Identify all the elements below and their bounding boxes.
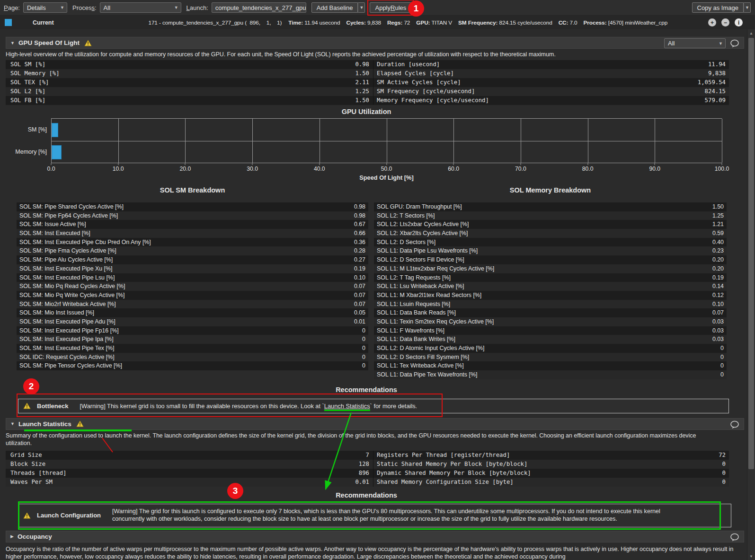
metric-label: SOL L1: Lsuin Requests [%] <box>374 300 689 309</box>
chart-plot-area <box>51 118 722 163</box>
table-row: SOL L2: Xbar2lts Cycles Active [%]0.59 <box>374 229 727 238</box>
section-header-gpu-speed-of-light[interactable]: ▼ GPU Speed Of Light All▼ <box>6 37 744 49</box>
metric-value: 7 <box>321 451 373 460</box>
x-tick-mark <box>185 163 186 165</box>
metric-label: SOL Memory [%] <box>6 69 321 78</box>
copy-as-image-button[interactable]: Copy as Image <box>692 2 744 13</box>
table-row: SOL L1: M Xbar2l1tex Read Sectors [%]0.1… <box>374 291 727 300</box>
section-description: Occupancy is the ratio of the number of … <box>6 545 737 560</box>
metric-value: 0.98 <box>330 211 368 220</box>
table-row: Grid Size7Registers Per Thread [register… <box>6 451 729 460</box>
metric-value: 0.01 <box>321 478 373 487</box>
x-tick-mark <box>252 163 253 165</box>
metric-label: SOL SM: Pipe Alu Cycles Active [%] <box>17 255 330 264</box>
metric-value: 0 <box>689 344 727 353</box>
expand-all-icon[interactable]: + <box>708 18 716 26</box>
stat-time: Time: 11.94 usecond <box>288 19 340 26</box>
chevron-down-icon: ▼ <box>60 5 64 10</box>
table-row: SOL L1: M L1tex2xbar Req Cycles Active [… <box>374 264 727 273</box>
info-icon[interactable]: i <box>735 18 743 26</box>
chart-gridline <box>185 119 186 163</box>
section-header-occupancy[interactable]: ▶ Occupancy <box>6 531 744 542</box>
copy-as-image-menu-button[interactable]: ▼ <box>744 2 751 13</box>
launch-statistics-link[interactable]: Launch Statistics <box>324 402 370 411</box>
scroll-up-icon[interactable]: ▲ <box>747 29 755 37</box>
metric-value: 0.12 <box>689 291 727 300</box>
chart-gridline <box>453 119 454 163</box>
metric-value: 128 <box>321 460 373 469</box>
metric-label: SOL L1: Texin Sm2tex Req Cycles Active [… <box>374 317 689 326</box>
metric-label: SOL FB [%] <box>6 96 321 105</box>
metric-label: SOL SM: Pipe Fma Cycles Active [%] <box>17 246 330 255</box>
metric-label: SOL SM: Pipe Shared Cycles Active [%] <box>17 202 330 211</box>
vertical-scrollbar[interactable]: ▲ ▼ <box>747 29 755 560</box>
table-row: SOL SM: Inst Executed Pipe Tex [%]0 <box>17 344 368 353</box>
collapse-triangle-icon[interactable]: ▼ <box>10 421 15 426</box>
x-tick-label: 40.0 <box>314 166 325 172</box>
metric-label: SOL L2: D Sectors [%] <box>374 238 689 247</box>
page-dropdown[interactable]: Details▼ <box>23 2 67 13</box>
sol-filter-dropdown[interactable]: All▼ <box>664 38 726 48</box>
process-dropdown[interactable]: All▼ <box>100 2 181 13</box>
section-header-launch-statistics[interactable]: ▼ Launch Statistics <box>6 418 744 430</box>
x-tick-label: 50.0 <box>381 166 392 172</box>
apply-rules-button[interactable]: Apply Rules <box>370 2 411 13</box>
bar-memory <box>52 145 62 159</box>
bottleneck-recommendation-box: Bottleneck [Warning] This kernel grid is… <box>18 399 729 413</box>
comment-icon[interactable] <box>730 420 739 429</box>
scrollbar-thumb[interactable] <box>748 38 754 469</box>
metric-value: 0.19 <box>330 264 368 273</box>
table-row: SOL L1: F Wavefronts [%]0.03 <box>374 326 727 335</box>
metric-value: 0 <box>330 361 368 370</box>
table-row: SOL Memory [%]1.50Elapsed Cycles [cycle]… <box>6 69 729 78</box>
table-row: SOL SM: Issue Active [%]0.67 <box>17 220 368 229</box>
metric-label: SOL L1: Data Bank Reads [%] <box>374 308 689 317</box>
table-row: SOL SM: Mio Inst Issued [%]0.05 <box>17 308 368 317</box>
x-tick-mark <box>722 163 722 165</box>
comment-icon[interactable] <box>730 533 739 542</box>
scroll-down-icon[interactable]: ▼ <box>747 552 755 560</box>
result-header-bar: Current 171 - compute_tendencies_x_277_g… <box>0 16 755 29</box>
comment-icon[interactable] <box>730 39 739 48</box>
metric-label: SM Active Cycles [cycle] <box>373 78 667 87</box>
rule-name: Launch Configuration <box>37 512 101 519</box>
metric-value: 0 <box>689 370 727 379</box>
breakdown-tables: SOL SM Breakdown SOL SM: Pipe Shared Cyc… <box>17 186 747 379</box>
metric-label: SOL L1: Data Pipe Lsu Wavefronts [%] <box>374 246 689 255</box>
x-tick-mark <box>655 163 655 165</box>
metric-value: 0 <box>330 353 368 362</box>
table-row: SOL L1: Data Bank Reads [%]0.07 <box>374 308 727 317</box>
gpu-utilization-chart: SM [%]Memory [%] 0.010.020.030.040.050.0… <box>6 118 722 183</box>
warning-icon <box>76 420 84 427</box>
metric-label: SOL SM: Issue Active [%] <box>17 220 330 229</box>
metric-value: 0.07 <box>330 300 368 309</box>
table-row: SOL SM: Inst Executed Pipe Fp16 [%]0 <box>17 326 368 335</box>
table-row: SOL SM: Pipe Tensor Cycles Active [%]0 <box>17 361 368 370</box>
metric-value: 0.14 <box>689 282 727 291</box>
launch-dropdown[interactable]: compute_tendencies_x_277_gpu▼ <box>212 2 306 13</box>
add-baseline-button[interactable]: Add Baseline <box>311 2 358 13</box>
current-result-color-swatch <box>5 19 12 26</box>
metric-label: SOL L1: Data Pipe Tex Wavefronts [%] <box>374 370 689 379</box>
table-row: SOL IDC: Request Cycles Active [%]0 <box>17 353 368 362</box>
process-label: Process: <box>72 4 97 11</box>
metric-label: Static Shared Memory Per Block [byte/blo… <box>373 460 667 469</box>
metric-label: SOL L1: F Wavefronts [%] <box>374 326 689 335</box>
table-row: SOL L2: D Sectors [%]0.40 <box>374 238 727 247</box>
chart-title: GPU Utilization <box>0 108 733 116</box>
metric-label: SOL IDC: Request Cycles Active [%] <box>17 353 330 362</box>
recommendations-heading: Recommendations <box>0 491 733 500</box>
metric-value: 0.01 <box>330 317 368 326</box>
add-baseline-menu-button[interactable]: ▼ <box>358 2 365 13</box>
expand-triangle-icon[interactable]: ▶ <box>10 534 14 539</box>
metric-value: 1.50 <box>689 202 727 211</box>
metric-label: SOL L2 [%] <box>6 87 321 96</box>
collapse-all-icon[interactable]: − <box>721 18 729 26</box>
launch-statistics-table: Grid Size7Registers Per Thread [register… <box>6 451 729 487</box>
metric-label: SOL SM: Inst Executed Pipe Xu [%] <box>17 264 330 273</box>
metric-value: 0.07 <box>330 291 368 300</box>
metric-label: SM Frequency [cycle/usecond] <box>373 87 667 96</box>
x-tick-label: 30.0 <box>247 166 258 172</box>
collapse-triangle-icon[interactable]: ▼ <box>10 41 15 45</box>
table-row: SOL SM: Mio Pq Write Cycles Active [%]0.… <box>17 291 368 300</box>
